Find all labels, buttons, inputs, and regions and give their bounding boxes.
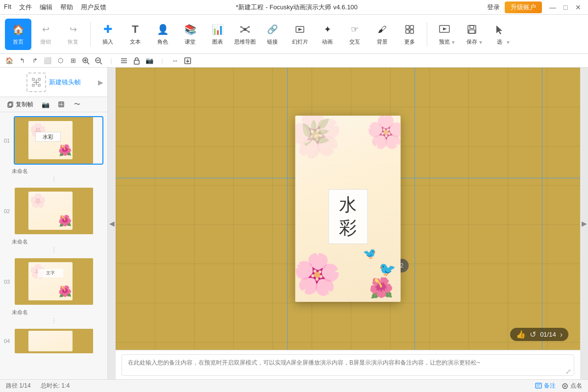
notes-input[interactable] bbox=[122, 354, 574, 376]
new-frame-button[interactable]: 新建镜头帧 ▶ bbox=[0, 68, 107, 97]
slide-text-box[interactable]: 水 彩 bbox=[328, 189, 368, 244]
separator-02-03 bbox=[0, 245, 107, 255]
guide-v2 bbox=[415, 68, 415, 350]
maximize-button[interactable]: □ bbox=[560, 1, 571, 13]
tool-mindmap[interactable]: 思维导图 bbox=[232, 19, 258, 50]
tb2-zoomin-btn[interactable] bbox=[80, 55, 91, 66]
tool-interact[interactable]: ☞ 交互 bbox=[342, 19, 368, 50]
tool-undo[interactable]: ↩ 撤销 bbox=[32, 19, 59, 50]
tool-undo-label: 撤销 bbox=[40, 38, 51, 46]
notes-expand-button[interactable]: ⤢ bbox=[565, 368, 571, 375]
secondary-toolbar: 🏠 ↰ ↱ ⬜ ⬡ ⊞ | 📷 | ↔ bbox=[0, 54, 588, 68]
menu-feedback[interactable]: 用户反馈 bbox=[81, 3, 106, 12]
slide-item-01[interactable]: 01 🌸 🌺 水彩 bbox=[0, 114, 107, 167]
mindmap-icon bbox=[238, 23, 252, 36]
crop-button[interactable] bbox=[55, 99, 68, 110]
slide-thumb-04[interactable] bbox=[14, 328, 103, 354]
screenshot-button[interactable]: 📷 bbox=[39, 99, 52, 110]
wave-button[interactable]: 〜 bbox=[71, 99, 83, 110]
role-icon: 👤 bbox=[156, 23, 170, 36]
tb2-grid-btn[interactable]: ⊞ bbox=[68, 55, 78, 66]
tb2-zoomout-btn[interactable] bbox=[93, 55, 104, 66]
tool-home[interactable]: 🏠 首页 bbox=[5, 19, 31, 50]
upgrade-button[interactable]: 升级账户 bbox=[505, 1, 542, 13]
tb2-camera-btn[interactable]: 📷 bbox=[144, 55, 155, 66]
tool-redo[interactable]: ↪ 恢复 bbox=[60, 19, 86, 50]
counter-prev[interactable]: 👍 bbox=[516, 330, 526, 339]
menu-edit[interactable]: 编辑 bbox=[40, 3, 52, 12]
status-path: 路径 1/14 bbox=[6, 382, 31, 390]
tool-chart[interactable]: 📊 图表 bbox=[204, 19, 231, 50]
tool-select-label: 选 bbox=[497, 38, 502, 46]
guide-v3 bbox=[542, 68, 542, 350]
slide-thumb-01[interactable]: 🌸 🌺 水彩 bbox=[14, 116, 103, 165]
bookmark-button[interactable]: 点名 bbox=[562, 382, 582, 390]
tool-select[interactable]: 选 ▼ bbox=[486, 19, 513, 50]
minimize-button[interactable]: — bbox=[547, 1, 559, 13]
slide-text-line1: 水 bbox=[333, 194, 363, 217]
slide-thumb-inner-04 bbox=[15, 329, 93, 353]
tb2-arrows-btn[interactable]: ↔ bbox=[170, 55, 180, 66]
canvas-main[interactable]: 1 2 🌸 🌸 🌿 水 彩 🌸 🐦 🐦 🌺 bbox=[116, 68, 580, 350]
tb2-export-btn[interactable] bbox=[182, 55, 193, 66]
tool-role[interactable]: 👤 角色 bbox=[149, 19, 176, 50]
counter-next[interactable]: › bbox=[560, 330, 563, 339]
tb2-frame-btn[interactable]: ⬜ bbox=[42, 55, 53, 66]
login-button[interactable]: 登录 bbox=[487, 3, 500, 12]
counter-text: 01/14 bbox=[540, 331, 556, 338]
svg-rect-39 bbox=[38, 84, 40, 86]
slide-text-line2: 彩 bbox=[333, 217, 363, 240]
svg-rect-12 bbox=[410, 25, 414, 29]
menu-help[interactable]: 帮助 bbox=[60, 3, 73, 12]
tb2-align-btn[interactable] bbox=[119, 55, 129, 66]
slides-list: 01 🌸 🌺 水彩 未命名 bbox=[0, 112, 107, 379]
tool-bg[interactable]: 🖌 背景 bbox=[369, 19, 395, 50]
tool-link[interactable]: 🔗 链接 bbox=[259, 19, 286, 50]
tool-slide[interactable]: 幻灯片 bbox=[287, 19, 313, 50]
annotation-button[interactable]: 备注 bbox=[535, 382, 556, 390]
tool-lesson-label: 课堂 bbox=[185, 38, 196, 46]
tb2-lock-btn[interactable] bbox=[131, 55, 142, 66]
slide-item-04[interactable]: 04 bbox=[0, 326, 107, 356]
status-right: 备注 点名 bbox=[535, 382, 582, 390]
main-content: 新建镜头帧 ▶ 复制帧 📷 〜 01 bbox=[0, 68, 588, 379]
slide-thumb-02[interactable]: 🌸 🌺 bbox=[14, 187, 103, 235]
tool-interact-label: 交互 bbox=[349, 38, 360, 46]
main-slide-card[interactable]: 🌸 🌸 🌿 水 彩 🌸 🐦 🐦 🌺 bbox=[295, 116, 401, 302]
tool-animation[interactable]: ✦ 动画 bbox=[314, 19, 341, 50]
tool-save[interactable]: 保存 ▼ bbox=[459, 19, 485, 50]
tb2-back-btn[interactable]: ↰ bbox=[17, 55, 27, 66]
slide-thumb-03[interactable]: 🌸 🌺 文字 bbox=[14, 257, 103, 306]
preview-icon bbox=[438, 23, 451, 36]
tb2-home-btn[interactable]: 🏠 bbox=[4, 55, 15, 66]
tool-text[interactable]: T 文本 bbox=[122, 19, 148, 50]
tool-preview[interactable]: 预览 ▼ bbox=[431, 19, 458, 50]
new-frame-icon bbox=[26, 73, 46, 92]
svg-rect-18 bbox=[470, 25, 474, 28]
svg-point-7 bbox=[248, 26, 250, 28]
svg-marker-20 bbox=[496, 25, 502, 34]
tb2-forward-btn[interactable]: ↱ bbox=[29, 55, 40, 66]
close-button[interactable]: ✕ bbox=[572, 1, 584, 13]
tool-bg-label: 背景 bbox=[377, 38, 388, 46]
tool-insert[interactable]: ✚ 插入 bbox=[95, 19, 121, 50]
undo-icon: ↩ bbox=[39, 23, 52, 36]
left-panel-toggle[interactable]: ◀ bbox=[108, 68, 116, 379]
slide-item-02[interactable]: 02 🌸 🌺 bbox=[0, 185, 107, 237]
menu-file[interactable]: 文件 bbox=[19, 3, 32, 12]
menu-fit[interactable]: FIt bbox=[4, 3, 11, 12]
slide-item-03[interactable]: 03 🌸 🌺 文字 bbox=[0, 255, 107, 308]
toolbar-group-main: 🏠 首页 ↩ 撤销 ↪ 恢复 bbox=[5, 17, 86, 51]
slide-number-02: 02 bbox=[4, 208, 14, 214]
statusbar: 路径 1/14 总时长: 1:4 备注 点名 bbox=[0, 379, 588, 392]
copy-frame-button[interactable]: 复制帧 bbox=[4, 99, 36, 110]
tool-more[interactable]: 更多 bbox=[396, 19, 423, 50]
counter-refresh[interactable]: ↺ bbox=[530, 330, 536, 339]
tool-lesson[interactable]: 📚 课堂 bbox=[177, 19, 203, 50]
bookmark-label: 点名 bbox=[570, 382, 582, 390]
right-panel-toggle[interactable]: ▶ bbox=[580, 68, 588, 379]
redo-icon: ↪ bbox=[66, 23, 80, 36]
svg-marker-10 bbox=[298, 28, 302, 31]
home-icon: 🏠 bbox=[11, 23, 25, 36]
tb2-hex-btn[interactable]: ⬡ bbox=[55, 55, 66, 66]
